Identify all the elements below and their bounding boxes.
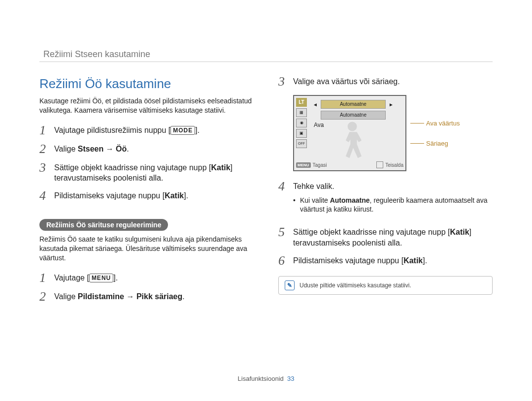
callout-aperture: Ava väärtus: [426, 120, 460, 127]
step-number: 3: [278, 75, 293, 88]
menu-button-label: MENU: [89, 274, 113, 282]
step-number: 2: [39, 290, 54, 303]
step-text: Valige Pildistamine → Pikk säriaeg.: [54, 291, 254, 302]
note-icon: ✎: [285, 280, 295, 290]
section-intro: Kasutage režiimi Öö, et pildistada öösel…: [39, 96, 254, 115]
menu-chip-icon: MENU: [296, 162, 311, 168]
step-text: Sättige objekt kaadrisse ning vajutage n…: [293, 227, 493, 248]
tip-box: ✎ Uduste piltide vältimiseks kasutage st…: [278, 276, 493, 295]
step-number: 4: [278, 180, 293, 193]
move-label: Teisalda: [385, 162, 403, 168]
subject-silhouette-icon: [333, 118, 373, 160]
step-text: Tehke valik. Kui valite Automaatne, regu…: [293, 181, 493, 220]
aperture-value-box: Automaatne: [321, 100, 386, 109]
step-text: Pildistamiseks vajutage nuppu [Katik].: [54, 190, 254, 201]
step-text: Pildistamiseks vajutage nuppu [Katik].: [293, 255, 493, 266]
step-number: 6: [278, 254, 293, 267]
mode-button-label: MODE: [170, 126, 195, 135]
nav-icon: [376, 161, 383, 168]
running-head: Režiimi Stseen kasutamine: [43, 49, 150, 60]
status-icon: ◉: [296, 119, 307, 127]
right-column: 3 Valige ava väärtus või säriaeg. LT ▦ ◉…: [278, 76, 493, 310]
figure-camera-screen: LT ▦ ◉ ▣ OFF ◄ Automaatne ► Automaa: [293, 95, 493, 171]
left-column: Režiimi Öö kasutamine Kasutage režiimi Ö…: [39, 76, 254, 310]
step-number: 1: [39, 124, 54, 137]
mode-icon-lt: LT: [296, 98, 307, 107]
page-number: 33: [287, 375, 294, 382]
status-icon: OFF: [296, 139, 307, 148]
subsection-intro: Režiimis Öö saate te katiku sulgumiseni …: [39, 235, 254, 263]
subsection-pill: Režiimis Öö särituse reguleerimine: [39, 219, 168, 231]
callout-shutter: Säriaeg: [426, 140, 448, 147]
step-number: 5: [278, 226, 293, 239]
section-title: Režiimi Öö kasutamine: [39, 76, 254, 92]
step-number: 1: [39, 272, 54, 284]
right-arrow-icon: ►: [389, 102, 394, 107]
footer-label: Lisafunktsioonid: [238, 375, 284, 382]
header-rule: [39, 62, 493, 62]
steps-primary: 1 Vajutage pildistusrežiimis nuppu [MODE…: [39, 125, 254, 202]
manual-page: Režiimi Stseen kasutamine Režiimi Öö kas…: [0, 0, 532, 401]
page-footer: Lisafunktsioonid 33: [0, 375, 532, 382]
status-icon: ▦: [296, 108, 307, 117]
step-text: Valige ava väärtus või säriaeg.: [293, 76, 493, 87]
step-text: Vajutage [MENU].: [54, 273, 254, 283]
status-icon: ▣: [296, 129, 307, 138]
tip-text: Uduste piltide vältimiseks kasutage stat…: [299, 282, 411, 289]
step-sub-bullet: Kui valite Automaatne, reguleerib kaamer…: [293, 196, 493, 215]
step-number: 3: [39, 161, 54, 174]
steps-right: 3 Valige ava väärtus või säriaeg.: [278, 76, 493, 88]
step-number: 2: [39, 143, 54, 155]
step-number: 4: [39, 189, 54, 202]
steps-exposure: 1 Vajutage [MENU]. 2 Valige Pildistamine…: [39, 273, 254, 303]
step-text: Vajutage pildistusrežiimis nuppu [MODE].: [54, 125, 254, 136]
step-text: Sättige objekt kaadrisse ning vajutage n…: [54, 162, 254, 184]
steps-right-cont: 4 Tehke valik. Kui valite Automaatne, re…: [278, 181, 493, 267]
camera-screen: LT ▦ ◉ ▣ OFF ◄ Automaatne ► Automaa: [293, 95, 406, 171]
figure-callouts: Ava väärtus Säriaeg: [410, 120, 460, 147]
left-arrow-icon: ◄: [313, 102, 318, 107]
back-label: Tagasi: [313, 162, 327, 168]
step-text: Valige Stseen → Öö.: [54, 144, 254, 154]
aperture-label: Ava: [314, 122, 324, 128]
